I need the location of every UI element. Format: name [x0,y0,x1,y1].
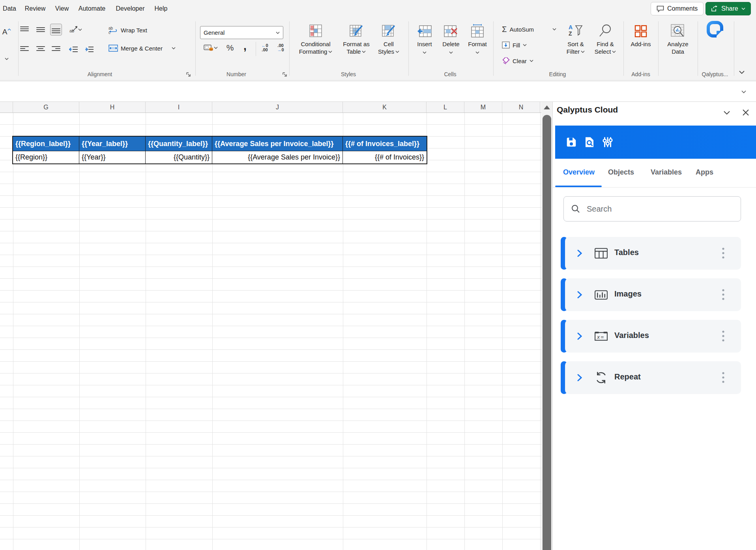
gridline [212,113,213,550]
font-size-grow-button[interactable]: A [1,26,13,38]
font-more-chevron[interactable] [1,53,13,65]
panel-close-icon[interactable] [741,107,751,118]
preview-search-document-icon[interactable] [584,136,595,148]
column-header-n[interactable]: N [502,102,540,113]
tab-bar-border [553,187,756,188]
comments-button[interactable]: Comments [651,2,704,15]
qalyptus-addin-button[interactable] [701,22,729,70]
percent-style-button[interactable]: % [224,42,236,54]
tab-overview[interactable]: Overview [563,168,595,176]
column-header-l[interactable]: L [427,102,464,113]
cell-avg-sales-label[interactable]: {{Average Sales per Invoice_label}} [212,137,343,151]
card-tables[interactable]: Tables [562,237,741,270]
tab-variables[interactable]: Variables [651,168,682,176]
autosum-button[interactable]: Σ AutoSum [502,23,556,36]
alignment-dialog-launcher[interactable] [186,72,191,77]
format-cells-button[interactable]: Format [464,22,491,70]
column-header-j[interactable]: J [212,102,343,113]
tab-objects[interactable]: Objects [608,168,634,176]
align-top-button[interactable] [19,24,30,36]
cell-quantity[interactable]: {{Quantity}} [146,151,212,163]
align-bottom-button[interactable] [50,24,62,36]
search-input[interactable] [587,205,721,214]
card-variables[interactable]: x = Variables [562,320,741,353]
align-middle-button[interactable] [35,24,47,36]
card-body [565,320,741,353]
ribbon-collapse-chevron[interactable] [737,68,747,77]
cell-region-label[interactable]: {{Region_label}} [13,137,79,151]
vertical-scrollbar[interactable] [541,102,552,550]
sort-filter-button[interactable]: A Z Sort & Filter [560,22,591,70]
cell-invoices[interactable]: {{# of Invoices}} [343,151,427,163]
column-header-g[interactable]: G [13,102,79,113]
autosum-label: AutoSum [509,26,534,33]
cell-invoices-label[interactable]: {{# of Invoices_label}} [343,137,427,151]
cell-avg-sales[interactable]: {{Average Sales per Invoice}} [212,151,343,163]
menu-data[interactable]: Data [3,0,16,17]
add-ins-button[interactable]: Add-ins [624,22,657,70]
formula-bar[interactable] [0,81,756,102]
number-dialog-launcher[interactable] [282,72,287,77]
delete-cells-button[interactable]: Delete [437,22,465,70]
comma-style-button[interactable]: , [239,40,251,52]
align-right-button[interactable] [50,43,62,55]
card-menu-dots[interactable] [722,371,724,385]
merge-center-button[interactable]: Merge & Center [109,42,176,54]
scroll-up-arrow[interactable] [544,105,550,109]
card-repeat[interactable]: Repeat [562,361,741,394]
expand-chevron-icon[interactable] [577,332,582,340]
expand-chevron-icon[interactable] [577,250,582,257]
scrollbar-thumb[interactable] [543,115,551,550]
panel-collapse-chevron[interactable] [722,107,732,118]
menu-view[interactable]: View [55,0,69,17]
decrease-indent-button[interactable] [68,43,80,55]
sheet-grid[interactable]: {{Region_label}} {{Year_label}} {{Quanti… [0,113,541,550]
card-images[interactable]: Images [562,278,741,311]
column-header-partial[interactable] [0,102,13,113]
conditional-formatting-button[interactable]: Conditional Formatting [294,22,337,70]
expand-chevron-icon[interactable] [577,374,582,381]
menu-help[interactable]: Help [155,0,168,17]
card-menu-dots[interactable] [722,329,724,344]
cell-region[interactable]: {{Region}} [13,151,79,163]
column-header-m[interactable]: M [464,102,502,113]
svg-text:Z: Z [569,30,572,37]
align-center-button[interactable] [35,43,47,55]
cell-year-label[interactable]: {{Year_label}} [79,137,146,151]
cell-year[interactable]: {{Year}} [79,151,146,163]
find-select-button[interactable]: Find & Select [590,22,621,70]
column-header-k[interactable]: K [343,102,427,113]
number-format-select[interactable]: General [200,26,283,39]
align-middle-icon [36,26,45,34]
card-menu-dots[interactable] [722,246,724,261]
clear-button[interactable]: Clear [502,54,533,67]
analyze-data-button[interactable]: Analyze Data [661,22,694,70]
column-header-h[interactable]: H [79,102,146,113]
expand-chevron-icon[interactable] [577,291,582,298]
formula-bar-expand-chevron[interactable] [740,88,747,95]
template-table: {{Region_label}} {{Year_label}} {{Quanti… [13,137,427,163]
insert-cells-button[interactable]: Insert [411,22,438,70]
align-left-button[interactable] [19,43,30,55]
settings-sliders-icon[interactable] [602,136,614,148]
increase-decimal-button[interactable]: .00→0 [275,42,286,54]
increase-indent-button[interactable] [84,43,95,55]
svg-text:x: x [597,334,600,340]
share-button[interactable]: Share [705,2,751,15]
cell-styles-button[interactable]: Cell Styles [367,22,410,70]
decrease-decimal-button[interactable]: ←0.00 [259,42,271,54]
column-header-i[interactable]: I [146,102,212,113]
search-box[interactable] [563,196,741,222]
gridline [502,113,503,550]
tab-apps[interactable]: Apps [696,168,713,176]
menu-automate[interactable]: Automate [79,0,105,17]
fill-button[interactable]: Fill [502,39,527,51]
menu-review[interactable]: Review [25,0,45,17]
cell-quantity-label[interactable]: {{Quantity_label}} [146,137,212,151]
save-icon[interactable] [565,136,577,148]
accounting-format-button[interactable] [200,42,221,54]
orientation-button[interactable]: ab [66,24,85,36]
menu-developer[interactable]: Developer [116,0,145,17]
wrap-text-button[interactable]: ab c Wrap Text [109,24,147,36]
card-menu-dots[interactable] [722,288,724,302]
